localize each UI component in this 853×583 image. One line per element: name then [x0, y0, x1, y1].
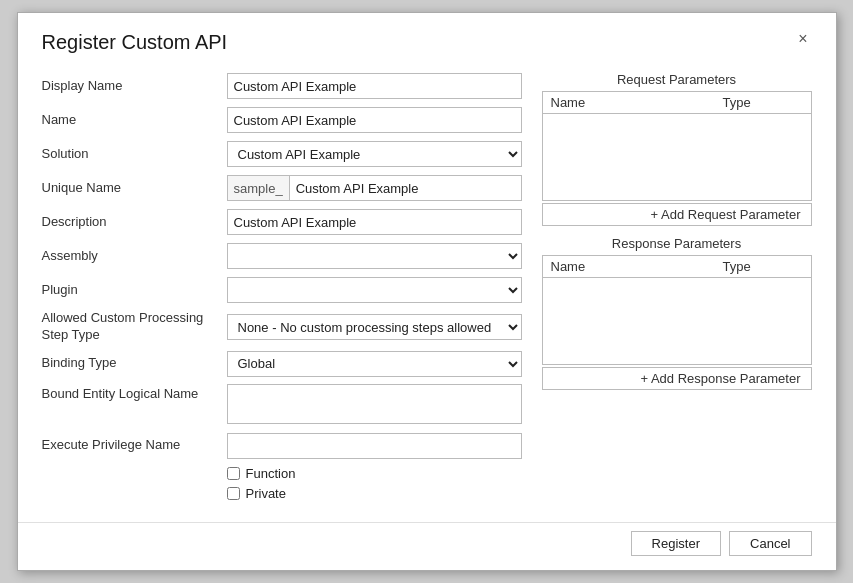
request-params-section: Request Parameters Name Type + Add Reque… [542, 72, 812, 226]
allowed-custom-row: Allowed Custom Processing Step Type None… [42, 310, 522, 344]
request-col-name: Name [551, 95, 723, 110]
unique-name-input[interactable] [289, 175, 522, 201]
assembly-row: Assembly [42, 242, 522, 270]
private-checkbox-row: Private [227, 486, 522, 501]
close-button[interactable]: × [794, 31, 811, 47]
binding-type-row: Binding Type Global [42, 350, 522, 378]
response-params-body [543, 278, 811, 363]
unique-name-label: Unique Name [42, 180, 227, 197]
allowed-custom-select[interactable]: None - No custom processing steps allowe… [227, 314, 522, 340]
execute-privilege-label: Execute Privilege Name [42, 437, 227, 454]
function-label: Function [246, 466, 296, 481]
unique-name-composite: sample_ [227, 175, 522, 201]
add-response-param-button[interactable]: + Add Response Parameter [542, 367, 812, 390]
assembly-select[interactable] [227, 243, 522, 269]
binding-type-select[interactable]: Global [227, 351, 522, 377]
request-params-header: Name Type [543, 92, 811, 114]
binding-type-label: Binding Type [42, 355, 227, 372]
request-params-body [543, 114, 811, 199]
request-col-type: Type [723, 95, 803, 110]
assembly-label: Assembly [42, 248, 227, 265]
response-params-title: Response Parameters [542, 236, 812, 251]
request-params-table: Name Type [542, 91, 812, 201]
function-checkbox[interactable] [227, 467, 240, 480]
private-checkbox[interactable] [227, 487, 240, 500]
display-name-row: Display Name [42, 72, 522, 100]
display-name-label: Display Name [42, 78, 227, 95]
function-checkbox-row: Function [227, 466, 522, 481]
description-row: Description [42, 208, 522, 236]
description-input[interactable] [227, 209, 522, 235]
display-name-input[interactable] [227, 73, 522, 99]
solution-select[interactable]: Custom API Example [227, 141, 522, 167]
name-label: Name [42, 112, 227, 129]
bound-entity-row: Bound Entity Logical Name [42, 384, 522, 426]
request-params-title: Request Parameters [542, 72, 812, 87]
plugin-row: Plugin [42, 276, 522, 304]
name-row: Name [42, 106, 522, 134]
right-panel: Request Parameters Name Type + Add Reque… [542, 72, 812, 506]
dialog-footer: Register Cancel [18, 522, 836, 570]
bound-entity-input[interactable] [227, 384, 522, 424]
execute-privilege-input[interactable] [227, 433, 522, 459]
bound-entity-label: Bound Entity Logical Name [42, 384, 227, 403]
private-label: Private [246, 486, 286, 501]
dialog-title: Register Custom API [42, 31, 228, 54]
description-label: Description [42, 214, 227, 231]
plugin-label: Plugin [42, 282, 227, 299]
response-params-section: Response Parameters Name Type + Add Resp… [542, 236, 812, 390]
dialog-body: Display Name Name Solution Custom API Ex… [18, 64, 836, 522]
unique-name-prefix: sample_ [227, 175, 289, 201]
response-col-type: Type [723, 259, 803, 274]
plugin-select[interactable] [227, 277, 522, 303]
name-input[interactable] [227, 107, 522, 133]
dialog-titlebar: Register Custom API × [18, 13, 836, 64]
response-params-header: Name Type [543, 256, 811, 278]
left-panel: Display Name Name Solution Custom API Ex… [42, 72, 522, 506]
response-params-table: Name Type [542, 255, 812, 365]
cancel-button[interactable]: Cancel [729, 531, 811, 556]
allowed-custom-label: Allowed Custom Processing Step Type [42, 310, 227, 344]
register-custom-api-dialog: Register Custom API × Display Name Name … [17, 12, 837, 571]
execute-privilege-row: Execute Privilege Name [42, 432, 522, 460]
solution-label: Solution [42, 146, 227, 163]
register-button[interactable]: Register [631, 531, 721, 556]
unique-name-row: Unique Name sample_ [42, 174, 522, 202]
add-request-param-button[interactable]: + Add Request Parameter [542, 203, 812, 226]
solution-row: Solution Custom API Example [42, 140, 522, 168]
response-col-name: Name [551, 259, 723, 274]
